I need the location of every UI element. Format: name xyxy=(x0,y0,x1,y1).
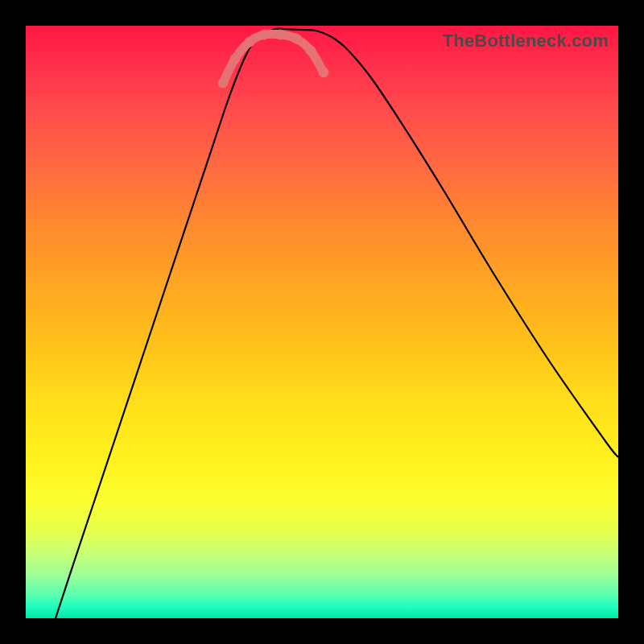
bracket-dot xyxy=(218,78,228,88)
bracket-dot xyxy=(275,30,285,39)
bracket-dot xyxy=(245,37,254,47)
bracket-dot xyxy=(306,46,316,56)
plot-area: TheBottleneck.com xyxy=(26,26,618,618)
series-layer xyxy=(56,29,618,618)
series-black-curve xyxy=(56,29,618,618)
chart-frame: TheBottleneck.com xyxy=(0,0,644,644)
chart-svg xyxy=(26,26,618,618)
bracket-dot xyxy=(259,30,269,39)
bracket-dot xyxy=(291,34,301,43)
bracket-dot xyxy=(230,54,240,64)
bracket-dot xyxy=(319,68,328,77)
